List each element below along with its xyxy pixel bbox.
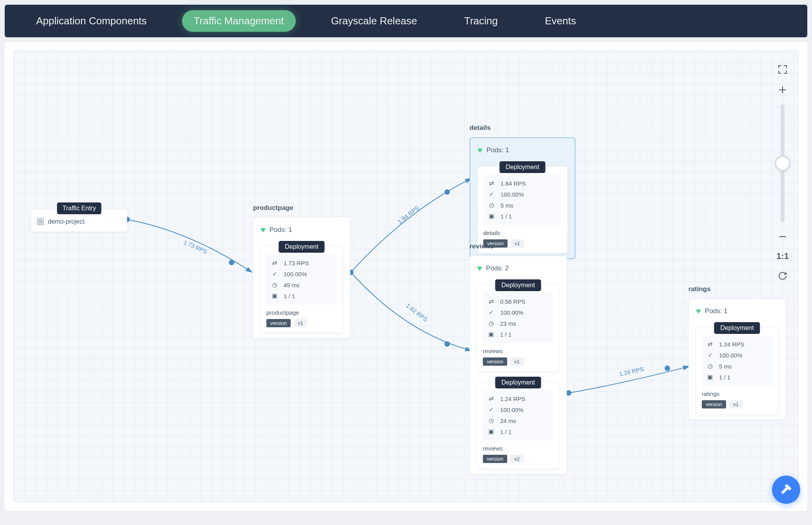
deployment-badge: Deployment [495,279,541,291]
service-ratings[interactable]: ratings ♥ Pods: 1 Deployment ⇄1.24 RPS ✓… [688,285,786,419]
clock-icon: ◷ [706,363,714,370]
deployment-name: ratings [702,386,772,400]
deployment-card[interactable]: Deployment ⇄1.24 RPS ✓100.00% ◷5 ms ▣1 /… [696,327,778,414]
deployment-badge: Deployment [499,161,545,173]
metric-rps: 1.24 RPS [500,396,525,402]
clock-icon: ◷ [488,417,495,424]
pod-icon: ▣ [271,292,278,299]
arrows-icon: ⇄ [271,259,278,266]
check-icon: ✓ [488,309,495,316]
arrows-icon: ⇄ [706,341,714,348]
pods-count: Pods: 1 [269,226,292,234]
metric-latency: 24 ms [500,417,516,424]
metric-success: 100.00% [500,407,523,413]
check-icon: ✓ [271,270,278,277]
edge-label-reviews-ratings: 1.24 RPS [619,366,645,377]
metric-rps: 0.58 RPS [500,298,525,305]
version-key: version [483,455,507,463]
deployment-name: reviews [483,440,553,455]
zoom-in-button[interactable] [777,84,788,96]
deployment-badge: Deployment [714,322,760,334]
metric-latency: 49 ms [284,282,300,288]
clock-icon: ◷ [271,281,278,288]
edge-label-entry-productpage: 1.73 RPS [182,239,208,255]
deployment-badge: Deployment [279,241,324,253]
traffic-entry-node[interactable]: Traffic Entry demo-project [31,210,127,232]
version-value: v2 [510,455,524,463]
deployment-card[interactable]: Deployment ⇄1.73 RPS ✓100.00% ◷49 ms ▣1 … [260,246,343,333]
version-value: v1 [729,400,743,408]
svg-point-4 [444,341,450,347]
service-reviews[interactable]: reviews ♥ Pods: 2 Deployment ⇄0.58 RPS ✓… [470,242,567,474]
check-icon: ✓ [488,406,495,413]
heart-icon: ♥ [696,306,701,316]
metric-latency: 5 ms [501,202,513,209]
metric-replicas: 1 / 1 [284,293,295,299]
metric-success: 100.00% [501,191,524,198]
clock-icon: ◷ [488,202,495,209]
edge-label-productpage-reviews: 1.82 RPS [405,302,429,323]
deployment-badge: Deployment [495,377,541,388]
traffic-graph-canvas[interactable]: 1.73 RPS 1.84 RPS 1.82 RPS 1.24 RPS Traf… [13,51,799,502]
deployment-name: reviews [483,343,553,357]
svg-point-1 [229,260,234,265]
edge-label-productpage-details: 1.84 RPS [396,204,420,225]
metric-replicas: 1 / 1 [500,428,512,435]
arrows-icon: ⇄ [488,298,495,305]
zoom-out-button[interactable] [777,231,788,242]
refresh-button[interactable] [777,270,788,282]
pods-count: Pods: 1 [705,307,728,315]
deployment-name: productpage [266,304,337,319]
zoom-ratio-label[interactable]: 1:1 [776,251,789,261]
entry-project-name: demo-project [48,218,84,225]
zoom-handle[interactable] [775,155,790,171]
tab-application-components[interactable]: Application Components [24,10,158,32]
pods-count: Pods: 2 [486,264,509,272]
metric-success: 100.00% [719,352,742,359]
service-title: reviews [470,242,567,250]
heart-icon: ♥ [477,263,482,273]
deployment-card[interactable]: Deployment ⇄1.84 RPS ✓100.00% ◷5 ms ▣1 /… [477,166,568,253]
tab-tracing[interactable]: Tracing [452,10,510,32]
metric-latency: 23 ms [500,320,516,327]
deployment-card[interactable]: Deployment ⇄0.58 RPS ✓100.00% ◷23 ms ▣1 … [477,284,559,372]
pods-count: Pods: 1 [486,146,509,154]
tab-traffic-management[interactable]: Traffic Management [182,10,296,32]
fullscreen-button[interactable] [777,64,788,75]
heart-icon: ♥ [260,225,266,235]
pod-icon: ▣ [706,374,714,381]
version-value: v1 [510,357,524,366]
metric-rps: 1.73 RPS [284,260,309,266]
svg-point-6 [665,366,670,371]
metric-latency: 5 ms [719,363,732,370]
service-productpage[interactable]: productpage ♥ Pods: 1 Deployment ⇄1.73 R… [253,204,350,338]
pod-icon: ▣ [488,331,495,338]
version-key: version [702,400,726,408]
version-key: version [483,357,507,366]
metric-replicas: 1 / 1 [719,374,730,381]
pod-icon: ▣ [488,213,495,220]
canvas-wrap: 1.73 RPS 1.84 RPS 1.82 RPS 1.24 RPS Traf… [5,42,807,511]
tools-fab[interactable] [772,476,800,504]
service-title: ratings [688,285,786,293]
pod-icon: ▣ [488,428,495,435]
project-icon [37,218,44,225]
deployment-name: details [483,225,562,239]
heart-icon: ♥ [477,145,482,155]
metric-rps: 1.84 RPS [501,180,526,187]
tab-grayscale-release[interactable]: Grayscale Release [319,10,429,32]
tab-events[interactable]: Events [533,10,588,32]
traffic-entry-badge: Traffic Entry [57,202,101,214]
metric-replicas: 1 / 1 [501,213,512,220]
service-title: productpage [253,204,350,212]
zoom-slider[interactable] [781,104,785,222]
check-icon: ✓ [706,352,714,359]
canvas-toolbox: 1:1 [776,64,789,282]
metric-success: 100.00% [284,271,307,277]
deployment-card[interactable]: Deployment ⇄1.24 RPS ✓100.00% ◷24 ms ▣1 … [477,382,559,469]
service-details[interactable]: details ♥ Pods: 1 Deployment ⇄1.84 RPS ✓… [470,124,575,259]
arrows-icon: ⇄ [488,180,495,187]
clock-icon: ◷ [488,320,495,327]
check-icon: ✓ [488,191,495,198]
metric-replicas: 1 / 1 [500,331,512,338]
